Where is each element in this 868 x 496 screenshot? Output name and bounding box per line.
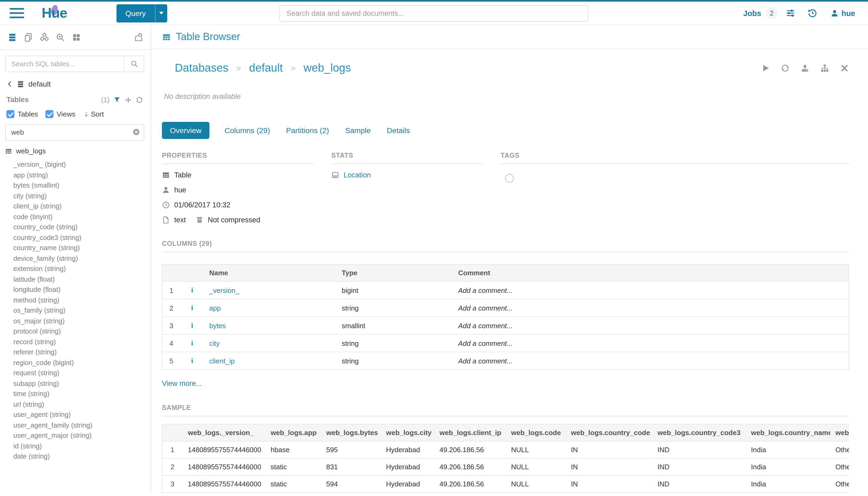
breadcrumb-database[interactable]: default xyxy=(249,61,283,74)
apps-grid-icon[interactable] xyxy=(72,32,81,42)
column-name-link[interactable]: app xyxy=(209,304,221,312)
history-icon[interactable] xyxy=(807,8,817,18)
view-more-link[interactable]: View more... xyxy=(162,379,202,388)
breadcrumb-databases[interactable]: Databases xyxy=(175,61,228,74)
indexes-zoom-icon[interactable] xyxy=(56,32,65,42)
info-icon[interactable]: i xyxy=(191,321,193,329)
clear-filter-icon[interactable] xyxy=(132,128,140,136)
views-checkbox-label[interactable]: Views xyxy=(57,110,75,118)
sidebar-column-item[interactable]: subapp (string) xyxy=(0,378,151,389)
column-comment[interactable]: Add a comment... xyxy=(453,299,849,317)
info-icon[interactable]: i xyxy=(191,356,193,365)
import-upload-icon[interactable] xyxy=(800,63,809,73)
sidebar-column-item[interactable]: request (string) xyxy=(0,368,151,378)
hdfs-cubes-icon[interactable] xyxy=(40,32,49,42)
global-search-input[interactable] xyxy=(280,5,588,21)
columns-header-type: Type xyxy=(336,264,453,281)
database-breadcrumb[interactable]: default xyxy=(0,72,151,89)
table-description[interactable]: No description available xyxy=(164,92,849,100)
query-play-icon[interactable] xyxy=(761,63,770,73)
query-dropdown-caret[interactable] xyxy=(155,4,167,22)
info-icon[interactable]: i xyxy=(191,304,193,312)
column-name-link[interactable]: _version_ xyxy=(209,286,239,294)
sidebar-column-item[interactable]: code (tinyint) xyxy=(0,212,151,222)
table-filter-input[interactable] xyxy=(5,124,144,141)
sidebar-column-item[interactable]: app (string) xyxy=(0,170,151,180)
sliders-icon[interactable] xyxy=(785,8,795,18)
sort-control[interactable]: Sort xyxy=(83,110,104,118)
tab-details[interactable]: Details xyxy=(386,122,411,139)
sidebar-column-item[interactable]: os_major (string) xyxy=(0,315,151,326)
column-name-link[interactable]: client_ip xyxy=(209,357,235,365)
sidebar-column-item[interactable]: os_family (string) xyxy=(0,305,151,315)
loading-spinner xyxy=(505,174,514,183)
column-comment[interactable]: Add a comment... xyxy=(453,334,849,352)
sidebar-column-item[interactable]: time (string) xyxy=(0,389,151,399)
folder-icon[interactable] xyxy=(133,32,143,42)
info-icon[interactable]: i xyxy=(191,286,193,294)
tab-sample[interactable]: Sample xyxy=(344,122,372,139)
documents-icon[interactable] xyxy=(23,32,33,42)
column-type: string xyxy=(336,334,453,352)
database-name[interactable]: default xyxy=(28,80,51,88)
tables-checkbox-label[interactable]: Tables xyxy=(18,110,38,118)
jobs-count-badge[interactable]: 2 xyxy=(766,7,778,19)
sidebar-column-item[interactable]: longitude (float) xyxy=(0,284,151,295)
sidebar-column-item[interactable]: user_agent (string) xyxy=(0,409,151,420)
views-checkbox[interactable] xyxy=(45,110,53,118)
back-chevron-icon[interactable] xyxy=(6,81,13,87)
info-icon[interactable]: i xyxy=(191,339,193,347)
sidebar-search-input[interactable] xyxy=(6,56,124,72)
properties-title: PROPERTIES xyxy=(162,152,313,159)
lineage-sitemap-icon[interactable] xyxy=(820,63,829,73)
add-table-plus-icon[interactable] xyxy=(125,96,132,104)
sidebar-column-item[interactable]: id (string) xyxy=(0,441,151,451)
column-comment[interactable]: Add a comment... xyxy=(453,352,849,370)
table-filter xyxy=(5,124,144,141)
filter-funnel-icon[interactable] xyxy=(113,96,121,104)
query-button[interactable]: Query xyxy=(116,4,155,22)
sidebar-column-item[interactable]: method (string) xyxy=(0,295,151,305)
sidebar-column-item[interactable]: _version_ (bigint) xyxy=(0,159,151,170)
sidebar-column-item[interactable]: latitude (float) xyxy=(0,274,151,284)
columns-table: Name Type Comment 1 i _version_ bigint xyxy=(162,264,849,370)
sidebar-column-item[interactable]: extension (string) xyxy=(0,264,151,274)
sidebar-column-item[interactable]: client_ip (string) xyxy=(0,201,151,212)
sidebar-search-button[interactable] xyxy=(124,56,144,72)
tab-overview[interactable]: Overview xyxy=(162,122,209,139)
sidebar-column-item[interactable]: date (string) xyxy=(0,451,151,462)
tab-partitions[interactable]: Partitions (2) xyxy=(285,122,330,139)
sample-header: web_logs.bytes xyxy=(321,424,381,441)
sample-table-scroll[interactable]: web_logs._version_ web_logs.app web_logs… xyxy=(162,424,849,493)
column-comment[interactable]: Add a comment... xyxy=(453,317,849,334)
refresh-tables-icon[interactable] xyxy=(136,96,143,104)
breadcrumb-table[interactable]: web_logs xyxy=(303,61,351,74)
location-link[interactable]: Location xyxy=(344,171,371,179)
tables-checkbox[interactable] xyxy=(6,110,14,118)
sidebar-table-web-logs[interactable]: web_logs xyxy=(0,142,151,157)
sidebar-column-item[interactable]: country_code3 (string) xyxy=(0,232,151,243)
sidebar-column-item[interactable]: device_family (string) xyxy=(0,253,151,264)
tab-columns[interactable]: Columns (29) xyxy=(223,122,271,139)
sidebar-column-item[interactable]: region_code (bigint) xyxy=(0,357,151,368)
sidebar-column-item[interactable]: city (string) xyxy=(0,190,151,201)
sidebar-column-item[interactable]: record (string) xyxy=(0,337,151,347)
refresh-icon[interactable] xyxy=(780,63,789,73)
sidebar-column-item[interactable]: protocol (string) xyxy=(0,326,151,337)
hamburger-menu-icon[interactable] xyxy=(10,5,24,21)
sidebar-column-item[interactable]: user_agent_major (string) xyxy=(0,430,151,441)
sidebar-column-item[interactable]: country_name (string) xyxy=(0,243,151,253)
sidebar-column-item[interactable]: user_agent_family (string) xyxy=(0,420,151,430)
column-name-link[interactable]: bytes xyxy=(209,322,226,329)
hue-logo[interactable]: Hue xyxy=(42,5,67,21)
sidebar-column-item[interactable]: country_code (string) xyxy=(0,222,151,232)
column-name-link[interactable]: city xyxy=(209,339,220,347)
sidebar-column-item[interactable]: url (string) xyxy=(0,399,151,409)
close-icon[interactable] xyxy=(840,63,849,73)
sidebar-column-item[interactable]: bytes (smallint) xyxy=(0,180,151,190)
sidebar-column-item[interactable]: referer (string) xyxy=(0,347,151,357)
sql-assist-database-icon[interactable] xyxy=(7,32,17,42)
user-menu[interactable]: hue xyxy=(830,9,855,17)
column-comment[interactable]: Add a comment... xyxy=(453,281,849,299)
jobs-link[interactable]: Jobs xyxy=(743,9,761,17)
